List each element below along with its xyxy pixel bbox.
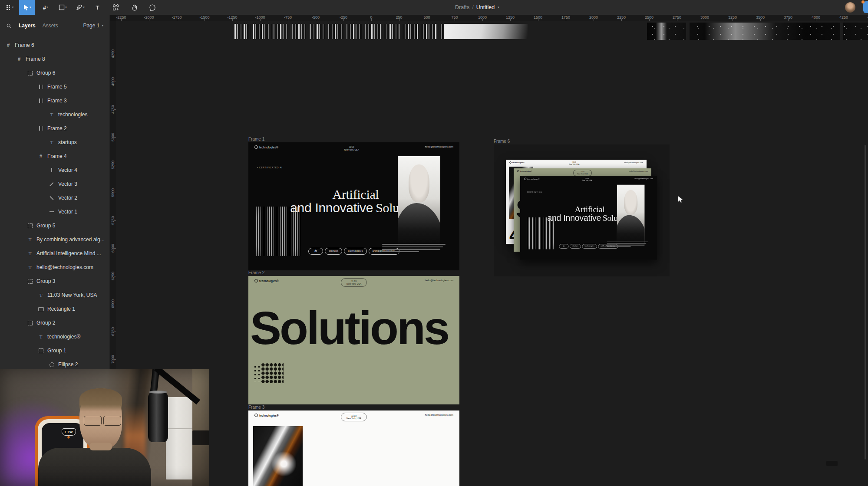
ruler-tick — [288, 19, 288, 21]
ai-hero-page[interactable]: technologies® 11:03 New York, USA hello@… — [520, 176, 657, 260]
layer-type-icon — [27, 250, 33, 256]
layer-row[interactable]: Vector 3 — [0, 177, 109, 191]
layer-row[interactable]: Group 3 — [0, 274, 109, 288]
layer-row[interactable]: Frame 2 — [0, 122, 109, 135]
ruler-tick — [594, 19, 594, 21]
frame-3-artboard[interactable]: technologies® 11:03New York, USA hello@t… — [248, 410, 459, 486]
portrait-image — [617, 185, 645, 246]
layer-row[interactable]: Group 6 — [0, 66, 109, 80]
breadcrumb-folder[interactable]: Drafts — [455, 4, 469, 10]
barcode-texture-object[interactable] — [234, 24, 443, 39]
ruler-tick — [844, 19, 844, 21]
layer-row[interactable]: hello@technologies.com — [0, 260, 109, 274]
hand-tool-button[interactable] — [128, 0, 141, 15]
pill-technologies: technologies — [582, 244, 597, 248]
intro-paragraph-placeholder — [607, 242, 648, 247]
layer-row[interactable]: Frame 5 — [0, 80, 109, 94]
layer-label: Ellipse 2 — [58, 361, 78, 368]
brand-text: technologies® — [527, 178, 539, 180]
text-tool-button[interactable]: T — [91, 0, 104, 15]
mouse-cursor — [677, 195, 684, 206]
dot-matrix-graphic — [253, 363, 284, 384]
gradient-texture-object[interactable] — [444, 24, 528, 39]
page-selector[interactable]: Page 1 ▾ — [83, 23, 103, 29]
layer-row[interactable]: Frame 6 — [0, 38, 109, 52]
frame-2-label[interactable]: Frame 2 — [248, 270, 264, 275]
layer-row[interactable]: Frame 4 — [0, 149, 109, 163]
chevron-down-icon: ▾ — [46, 6, 48, 9]
ruler-tick — [114, 109, 116, 110]
ruler-tick — [114, 165, 116, 165]
breadcrumb[interactable]: Drafts / Untitled ▾ — [455, 0, 499, 15]
layer-row[interactable]: 11:03 New York, USA — [0, 288, 109, 302]
ruler-tick — [566, 19, 566, 21]
layer-row[interactable]: Group 5 — [0, 219, 109, 233]
chevron-down-icon: ▾ — [30, 6, 31, 9]
ruler-tick — [114, 304, 116, 304]
page-email: hello@technologies.com — [425, 279, 453, 282]
layer-type-icon — [49, 361, 55, 368]
comment-tool-button[interactable] — [146, 0, 159, 15]
layer-row[interactable]: technologies® — [0, 330, 109, 344]
ruler-tick — [114, 359, 116, 360]
frame-6-artboard[interactable]: technologies® 11:03New York, USA hello@t… — [494, 144, 670, 276]
pen-tool-button[interactable]: ▾ — [74, 0, 87, 15]
layer-row[interactable]: Vector 1 — [0, 205, 109, 219]
dark-dots-texture-object[interactable] — [647, 23, 868, 40]
chevron-down-icon: ▾ — [65, 6, 67, 9]
layer-label: Group 1 — [47, 348, 66, 354]
main-menu-button[interactable]: ▾ — [3, 0, 16, 15]
layer-row[interactable]: Group 1 — [0, 344, 109, 358]
ruler-tick — [510, 19, 511, 21]
chevron-down-icon[interactable]: ▾ — [498, 6, 499, 9]
layer-label: Artificial Intelligence Mind ... — [36, 250, 101, 256]
move-tool-button[interactable]: ▾ — [19, 0, 35, 15]
layer-row[interactable]: Vector 4 — [0, 163, 109, 177]
frame-6-label[interactable]: Frame 6 — [494, 139, 510, 144]
layer-label: By combining advanced alg... — [36, 236, 105, 243]
text-tool-icon: T — [96, 4, 99, 11]
layer-label: Frame 8 — [26, 56, 45, 62]
tab-assets[interactable]: Assets — [43, 23, 58, 29]
time-pill: 11:03New York, USA — [341, 278, 367, 287]
ruler-tick — [114, 332, 116, 332]
layer-row[interactable]: Frame 8 — [0, 52, 109, 66]
frame-1-label[interactable]: Frame 1 — [248, 137, 264, 141]
layer-row[interactable]: Rectangle 1 — [0, 302, 109, 316]
layer-row[interactable]: startups — [0, 135, 109, 149]
canvas[interactable]: -2250-2000-1750-1500-1250-1000-750-500-2… — [110, 15, 868, 486]
user-avatar[interactable] — [845, 2, 855, 13]
layer-row[interactable]: By combining advanced alg... — [0, 233, 109, 246]
search-icon[interactable] — [6, 23, 12, 29]
layer-label: technologies® — [47, 334, 80, 340]
ruler-tick — [114, 220, 116, 221]
layer-label: Group 3 — [36, 278, 55, 284]
layer-row[interactable]: Artificial Intelligence Mind ... — [0, 246, 109, 260]
layer-row[interactable]: technologies — [0, 108, 109, 122]
breadcrumb-filename[interactable]: Untitled — [476, 4, 495, 10]
intro-paragraph-placeholder — [382, 244, 446, 252]
chrome-photo — [253, 426, 303, 486]
frame-1-artboard[interactable]: technologies® 11:03 New York, USA hello@… — [248, 142, 459, 270]
ruler-tick — [399, 19, 399, 21]
layer-row[interactable]: Group 2 — [0, 316, 109, 330]
shape-tool-button[interactable]: ▾ — [56, 0, 69, 15]
toolbar: ▾ ▾ # ▾ ▾ ▾ T — [0, 0, 868, 15]
resources-tool-button[interactable] — [109, 0, 122, 15]
ai-hero-page[interactable]: technologies® 11:03 New York, USA hello@… — [248, 142, 459, 270]
canvas-scrollbar[interactable] — [865, 145, 866, 460]
move-cursor-icon — [23, 4, 29, 11]
frame-3-label[interactable]: Frame 3 — [248, 405, 264, 410]
technologies-logo-icon — [524, 178, 526, 180]
layer-type-icon — [38, 334, 44, 340]
layer-type-icon — [38, 306, 44, 312]
portrait-hood — [617, 215, 645, 246]
page-header: technologies® 11:03New York, USA hello@t… — [254, 279, 453, 282]
layer-row[interactable]: Frame 3 — [0, 94, 109, 108]
tab-layers[interactable]: Layers — [19, 23, 36, 29]
layer-row[interactable]: Vector 2 — [0, 191, 109, 205]
mini-time-pill: 11:03New York, USA — [573, 170, 592, 176]
pen-icon — [76, 4, 83, 11]
frame-2-artboard[interactable]: technologies® 11:03New York, USA hello@t… — [248, 276, 459, 404]
frame-tool-button[interactable]: # ▾ — [39, 0, 52, 15]
